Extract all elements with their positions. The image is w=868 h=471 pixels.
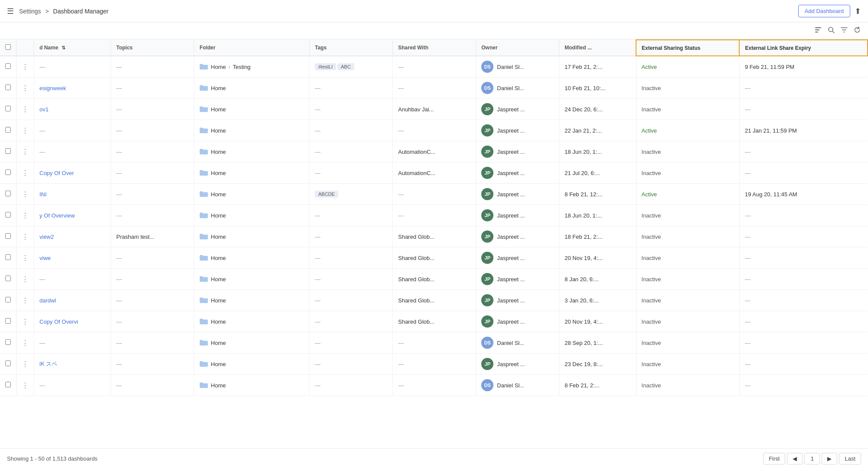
row-name-cell[interactable]: esignweek (34, 78, 111, 99)
row-modified-cell: 17 Feb 21, 2:... (559, 56, 636, 78)
row-menu-icon[interactable]: ⋮ (22, 382, 29, 389)
row-menu-icon[interactable]: ⋮ (22, 318, 29, 325)
row-checkbox[interactable] (5, 127, 11, 133)
row-name-cell[interactable]: ov1 (34, 99, 111, 120)
row-menu-cell[interactable]: ⋮ (16, 311, 34, 332)
row-name-cell[interactable]: Copy Of Overvi (34, 311, 111, 332)
dashboard-name-link[interactable]: dardwl (39, 297, 56, 304)
header-owner-col[interactable]: Owner (476, 40, 559, 56)
row-menu-icon[interactable]: ⋮ (22, 297, 29, 304)
row-checkbox[interactable] (5, 233, 11, 239)
row-name-cell[interactable]: Copy Of Over (34, 162, 111, 184)
row-name-cell[interactable]: dardwl (34, 290, 111, 311)
row-checkbox[interactable] (5, 361, 11, 366)
row-menu-cell[interactable]: ⋮ (16, 120, 34, 141)
row-checkbox[interactable] (5, 148, 11, 154)
dashboard-name-link[interactable]: view2 (39, 234, 54, 240)
row-checkbox[interactable] (5, 318, 11, 324)
row-menu-cell[interactable]: ⋮ (16, 332, 34, 354)
header-ext-expiry-col[interactable]: External Link Share Expiry (739, 40, 868, 56)
dashboard-name-link[interactable]: lK スペ (39, 361, 57, 367)
export-icon[interactable]: ⬆ (855, 6, 861, 16)
top-bar: ☰ Settings > Dashboard Manager Add Dashb… (0, 0, 868, 23)
row-menu-cell[interactable]: ⋮ (16, 184, 34, 205)
row-checkbox[interactable] (5, 191, 11, 196)
row-checkbox-cell (0, 99, 16, 120)
row-menu-cell[interactable]: ⋮ (16, 226, 34, 247)
header-folder-col[interactable]: Folder (194, 40, 310, 56)
row-name-cell[interactable]: y Of Overview (34, 205, 111, 226)
dashboard-name-link[interactable]: esignweek (39, 85, 66, 91)
row-checkbox[interactable] (5, 212, 11, 218)
layout-filter-icon[interactable] (814, 26, 822, 36)
row-menu-cell[interactable]: ⋮ (16, 141, 34, 162)
row-checkbox[interactable] (5, 63, 11, 69)
row-topics-cell: — (111, 311, 194, 332)
filter-icon[interactable] (840, 26, 848, 36)
header-tags-col[interactable]: Tags (310, 40, 393, 56)
row-menu-cell[interactable]: ⋮ (16, 247, 34, 269)
row-menu-cell[interactable]: ⋮ (16, 375, 34, 396)
header-topics-col[interactable]: Topics (111, 40, 194, 56)
row-menu-icon[interactable]: ⋮ (22, 191, 29, 198)
row-menu-icon[interactable]: ⋮ (22, 169, 29, 177)
row-menu-icon[interactable]: ⋮ (22, 148, 29, 156)
row-menu-icon[interactable]: ⋮ (22, 339, 29, 347)
dashboard-name-link[interactable]: Copy Of Over (39, 170, 74, 176)
row-menu-cell[interactable]: ⋮ (16, 99, 34, 120)
refresh-icon[interactable] (853, 26, 861, 36)
row-checkbox[interactable] (5, 297, 11, 302)
header-shared-col[interactable]: Shared With (393, 40, 476, 56)
row-checkbox[interactable] (5, 106, 11, 111)
row-shared-cell: — (393, 56, 476, 78)
folder-name: Home (211, 234, 226, 240)
hamburger-icon[interactable]: ☰ (7, 6, 14, 16)
row-modified-cell: 18 Feb 21, 2:... (559, 226, 636, 247)
header-modified-col[interactable]: Modified ... (559, 40, 636, 56)
dashboard-name-link[interactable]: ov1 (39, 106, 49, 113)
row-menu-cell[interactable]: ⋮ (16, 56, 34, 78)
row-menu-cell[interactable]: ⋮ (16, 162, 34, 184)
row-menu-icon[interactable]: ⋮ (22, 127, 29, 134)
dashboard-name-link[interactable]: Copy Of Overvi (39, 318, 78, 325)
row-menu-icon[interactable]: ⋮ (22, 233, 29, 240)
dashboard-name-link[interactable]: y Of Overview (39, 212, 75, 219)
header-ext-status-col[interactable]: External Sharing Status (636, 40, 739, 56)
dashboard-name-link[interactable]: viwe (39, 255, 51, 261)
row-name-cell[interactable]: lK スペ (34, 354, 111, 375)
row-name-cell[interactable]: INI (34, 184, 111, 205)
row-menu-cell[interactable]: ⋮ (16, 290, 34, 311)
row-checkbox[interactable] (5, 339, 11, 345)
row-menu-icon[interactable]: ⋮ (22, 84, 29, 92)
row-menu-icon[interactable]: ⋮ (22, 361, 29, 368)
row-menu-cell[interactable]: ⋮ (16, 269, 34, 290)
row-checkbox[interactable] (5, 84, 11, 90)
row-menu-icon[interactable]: ⋮ (22, 212, 29, 219)
row-name-cell[interactable]: viwe (34, 247, 111, 269)
row-menu-icon[interactable]: ⋮ (22, 276, 29, 283)
row-menu-cell[interactable]: ⋮ (16, 205, 34, 226)
add-dashboard-button[interactable]: Add Dashboard (798, 5, 850, 17)
owner-name: Jaspreet ... (497, 149, 525, 155)
header-name-col[interactable]: d Name ⇅ (34, 40, 111, 56)
row-menu-icon[interactable]: ⋮ (22, 106, 29, 113)
sort-icon[interactable]: ⇅ (62, 45, 65, 50)
breadcrumb-root[interactable]: Settings (19, 8, 41, 15)
first-page-button[interactable]: First (763, 453, 785, 465)
last-page-button[interactable]: Last (839, 453, 861, 465)
row-menu-icon[interactable]: ⋮ (22, 254, 29, 262)
row-checkbox[interactable] (5, 382, 11, 387)
dashboard-name-link[interactable]: INI (39, 191, 47, 198)
row-checkbox[interactable] (5, 254, 11, 260)
select-all-checkbox[interactable] (5, 44, 11, 50)
prev-page-button[interactable]: ◀ (787, 453, 803, 465)
search-icon[interactable] (827, 26, 835, 36)
row-menu-cell[interactable]: ⋮ (16, 354, 34, 375)
row-checkbox[interactable] (5, 276, 11, 281)
row-checkbox[interactable] (5, 169, 11, 175)
row-name-cell[interactable]: view2 (34, 226, 111, 247)
next-page-button[interactable]: ▶ (822, 453, 837, 465)
row-tags-cell: — (310, 78, 393, 99)
row-menu-icon[interactable]: ⋮ (22, 63, 29, 71)
row-menu-cell[interactable]: ⋮ (16, 78, 34, 99)
